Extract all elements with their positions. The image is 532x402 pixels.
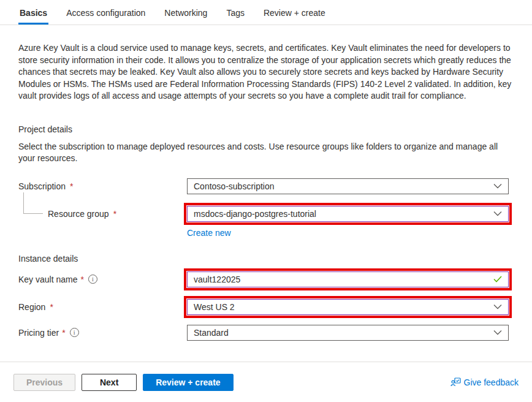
review-create-button[interactable]: Review + create bbox=[143, 374, 233, 391]
key-vault-name-input[interactable] bbox=[194, 272, 493, 287]
tab-review-create[interactable]: Review + create bbox=[262, 0, 327, 25]
feedback-icon bbox=[450, 377, 461, 387]
region-highlight-box: West US 2 bbox=[184, 296, 512, 318]
key-vault-name-row: Key vault name* i bbox=[18, 268, 514, 290]
tab-basics[interactable]: Basics bbox=[18, 0, 48, 25]
info-icon[interactable]: i bbox=[70, 328, 79, 337]
info-icon[interactable]: i bbox=[88, 275, 97, 284]
valid-check-icon bbox=[493, 276, 502, 283]
region-value: West US 2 bbox=[194, 302, 235, 312]
subscription-value: Contoso-subscription bbox=[194, 181, 275, 191]
tab-access-configuration[interactable]: Access configuration bbox=[65, 0, 146, 25]
subscription-label-text: Subscription bbox=[18, 181, 66, 191]
pricing-tier-value: Standard bbox=[194, 328, 229, 338]
resource-group-dropdown[interactable]: msdocs-django-postgres-tutorial bbox=[187, 206, 509, 222]
resource-group-connector-line bbox=[23, 192, 43, 214]
section-title-instance-details: Instance details bbox=[18, 254, 514, 264]
resource-group-highlight-box: msdocs-django-postgres-tutorial bbox=[184, 203, 512, 225]
required-marker: * bbox=[50, 302, 53, 312]
tab-tags[interactable]: Tags bbox=[225, 0, 246, 25]
create-new-link[interactable]: Create new bbox=[187, 228, 231, 238]
next-button[interactable]: Next bbox=[82, 374, 137, 391]
subscription-row: Subscription* Contoso-subscription bbox=[18, 178, 514, 194]
required-marker: * bbox=[70, 181, 73, 191]
required-marker: * bbox=[62, 328, 65, 338]
key-vault-name-label-text: Key vault name bbox=[18, 275, 78, 284]
tab-bar: Basics Access configuration Networking T… bbox=[0, 0, 532, 25]
region-row: Region* West US 2 bbox=[18, 296, 514, 318]
give-feedback-link[interactable]: Give feedback bbox=[450, 377, 519, 387]
project-details-description: Select the subscription to manage deploy… bbox=[18, 141, 512, 165]
resource-group-row: Resource group* msdocs-django-postgres-t… bbox=[18, 203, 514, 225]
required-marker: * bbox=[81, 275, 84, 284]
region-label-text: Region bbox=[18, 302, 45, 312]
give-feedback-label: Give feedback bbox=[464, 377, 519, 387]
region-label: Region* bbox=[18, 302, 187, 312]
resource-group-value: msdocs-django-postgres-tutorial bbox=[194, 209, 316, 219]
previous-button[interactable]: Previous bbox=[13, 374, 75, 391]
resource-group-label: Resource group* bbox=[18, 209, 187, 219]
pricing-tier-label: Pricing tier* i bbox=[18, 328, 187, 338]
section-title-project-details: Project details bbox=[18, 124, 514, 134]
key-vault-name-label: Key vault name* i bbox=[18, 275, 187, 284]
pricing-tier-row: Pricing tier* i Standard bbox=[18, 325, 514, 341]
chevron-down-icon bbox=[493, 330, 502, 335]
pricing-tier-label-text: Pricing tier bbox=[18, 328, 59, 338]
chevron-down-icon bbox=[493, 211, 502, 216]
key-vault-description: Azure Key Vault is a cloud service used … bbox=[18, 42, 512, 102]
subscription-dropdown[interactable]: Contoso-subscription bbox=[187, 178, 509, 194]
required-marker: * bbox=[113, 209, 116, 219]
resource-group-label-text: Resource group bbox=[48, 209, 109, 219]
key-vault-name-highlight-box bbox=[184, 268, 512, 290]
tab-networking[interactable]: Networking bbox=[163, 0, 208, 25]
pricing-tier-dropdown[interactable]: Standard bbox=[187, 325, 509, 341]
region-dropdown[interactable]: West US 2 bbox=[187, 299, 509, 315]
chevron-down-icon bbox=[493, 183, 502, 189]
chevron-down-icon bbox=[493, 304, 502, 309]
wizard-footer: Previous Next Review + create Give feedb… bbox=[0, 362, 532, 402]
subscription-label: Subscription* bbox=[18, 181, 187, 191]
